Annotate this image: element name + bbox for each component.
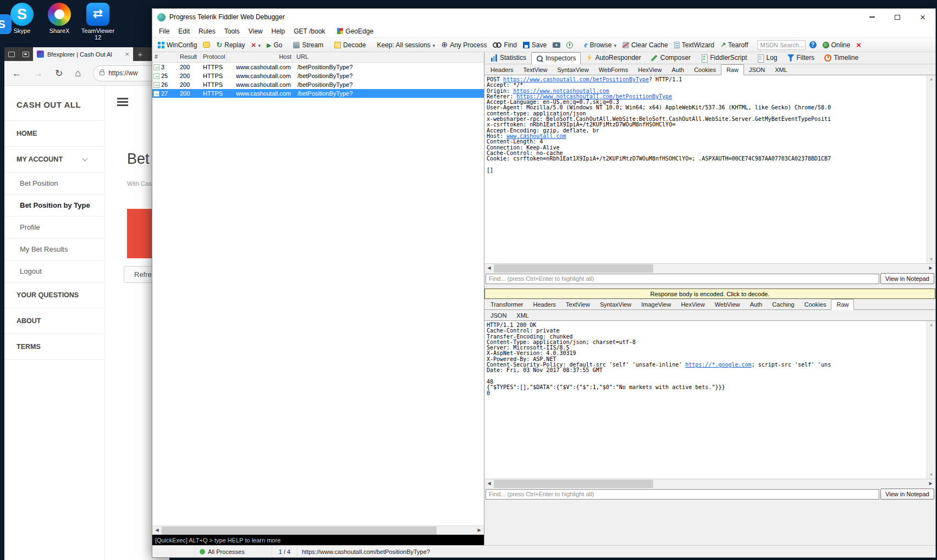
sidebar-item-my-account[interactable]: MY ACCOUNT (4, 146, 104, 172)
desktop-icon-skype[interactable]: Skype (4, 3, 40, 34)
scroll-right-icon[interactable] (926, 479, 935, 488)
view-in-notepad-button[interactable]: View in Notepad (880, 273, 934, 284)
scrollbar-thumb[interactable] (494, 480, 653, 488)
tab-textview[interactable]: TextView (561, 300, 595, 309)
stream-button[interactable]: Stream (291, 40, 326, 50)
session-row-26[interactable]: 26200HTTPSwww.cashoutall.com/betPosition… (152, 80, 484, 89)
toolbar-close-button[interactable] (854, 40, 863, 51)
clear-cache-button[interactable]: Clear Cache (620, 40, 670, 50)
menu-tools[interactable]: Tools (220, 27, 244, 35)
desktop-icon-teamviewer[interactable]: TeamViewer 12 (80, 3, 115, 41)
menu-view[interactable]: View (244, 27, 267, 35)
help-button[interactable] (807, 40, 819, 49)
process-filter[interactable]: All Processes (195, 546, 272, 557)
sidebar-item-profile[interactable]: Profile (4, 216, 104, 238)
tab-textview[interactable]: TextView (519, 65, 553, 75)
online-indicator[interactable]: Online (820, 40, 853, 50)
back-button[interactable] (12, 69, 21, 78)
response-encoded-banner[interactable]: Response body is encoded. Click to decod… (484, 289, 935, 299)
sidebar-item-your-questions[interactable]: YOUR QUESTIONS (4, 282, 104, 308)
scroll-left-icon[interactable] (152, 526, 162, 535)
keep-sessions-dropdown[interactable]: Keep: All sessions (374, 40, 437, 50)
menu-geoedge[interactable]: GeoEdge (329, 27, 378, 35)
menu-help[interactable]: Help (267, 27, 290, 35)
find-input[interactable] (486, 489, 879, 500)
comment-button[interactable] (201, 41, 212, 49)
sidebar-item-home[interactable]: HOME (4, 120, 104, 146)
tab-log[interactable]: Log (752, 52, 782, 64)
sidebar-item-about[interactable]: ABOUT (4, 308, 104, 334)
response-v-scrollbar[interactable] (927, 321, 935, 479)
remove-sessions-button[interactable] (249, 40, 263, 51)
tab-imageview[interactable]: ImageView (636, 300, 676, 309)
minimize-button[interactable] (859, 9, 885, 25)
tab-statistics[interactable]: Statistics (486, 52, 531, 64)
tab-headers[interactable]: Headers (486, 65, 519, 75)
menu-file[interactable]: File (155, 27, 174, 35)
quickexec-bar[interactable]: [QuickExec] ALT+Q > type HELP to learn m… (152, 535, 484, 545)
find-button[interactable]: Find (490, 40, 519, 50)
sidebar-item-terms[interactable]: TERMS (4, 334, 104, 360)
any-process-button[interactable]: Any Process (439, 40, 489, 50)
hamburger-menu-icon[interactable] (117, 98, 128, 99)
msdn-search-box[interactable]: MSDN Search... (757, 40, 806, 50)
view-in-notepad-button[interactable]: View in Notepad (880, 489, 934, 500)
tearoff-button[interactable]: Tearoff (718, 40, 751, 50)
close-button[interactable] (910, 9, 935, 25)
header-link[interactable]: https://*.google.com (685, 362, 751, 368)
tab-fiddlerscript[interactable]: FiddlerScript (696, 52, 752, 64)
sidebar-item-bet-position[interactable]: Bet Position (4, 172, 104, 194)
tab-webforms[interactable]: WebForms (594, 65, 633, 75)
column-header-url[interactable]: URL (294, 52, 484, 62)
timer-button[interactable] (564, 41, 575, 49)
tab-hexview[interactable]: HexView (633, 65, 666, 75)
request-raw[interactable]: POST https://www.cashoutall.com/betPosit… (484, 75, 935, 263)
response-raw[interactable]: HTTP/1.1 200 OKCache-Control: privateTra… (484, 321, 935, 479)
capture-indicator-cell[interactable] (152, 546, 195, 557)
tab-hexview[interactable]: HexView (676, 300, 709, 309)
save-button[interactable]: Save (521, 40, 549, 50)
scroll-right-icon[interactable] (475, 526, 484, 535)
sidebar-item-my-bet-results[interactable]: My Bet Results (4, 238, 104, 260)
tab-cookies[interactable]: Cookies (689, 65, 721, 75)
desktop-icon-sharex[interactable]: ShareX (42, 3, 77, 34)
new-tab-button[interactable] (133, 47, 147, 61)
refresh-button[interactable] (55, 69, 63, 78)
tab-auth[interactable]: Auth (745, 300, 768, 309)
tab-auth[interactable]: Auth (667, 65, 690, 75)
decode-button[interactable]: Decode (332, 40, 368, 50)
tab-raw[interactable]: Raw (721, 64, 744, 75)
tab-transformer[interactable]: Transformer (486, 300, 528, 309)
scroll-left-icon[interactable] (484, 264, 494, 273)
tab-xml[interactable]: XML (511, 311, 534, 320)
tab-xml[interactable]: XML (770, 65, 792, 75)
menu-get-book[interactable]: GET /book (289, 27, 329, 35)
session-h-scrollbar[interactable] (152, 525, 484, 535)
column-header-result[interactable]: Result (178, 52, 201, 62)
tab-list-button[interactable] (19, 47, 33, 61)
screenshot-button[interactable] (550, 41, 563, 49)
home-button[interactable] (75, 68, 81, 78)
column-header-host[interactable]: Host (227, 52, 294, 62)
request-h-scrollbar[interactable] (484, 263, 935, 273)
textwizard-button[interactable]: TextWizard (672, 40, 716, 50)
tab-webview[interactable]: WebView (710, 300, 745, 309)
tab-syntaxview[interactable]: SyntaxView (552, 65, 593, 75)
go-button[interactable]: Go (264, 40, 284, 50)
scroll-right-icon[interactable] (926, 264, 935, 273)
column-header-protocol[interactable]: Protocol (201, 52, 227, 62)
title-bar[interactable]: Progress Telerik Fiddler Web Debugger (152, 9, 935, 25)
session-row-3[interactable]: 3200HTTPSwww.cashoutall.com/betPositionB… (152, 63, 484, 71)
scroll-left-icon[interactable] (484, 479, 494, 488)
response-h-scrollbar[interactable] (484, 479, 935, 488)
tab-syntaxview[interactable]: SyntaxView (595, 300, 636, 309)
tab-close-icon[interactable] (125, 50, 129, 58)
tab-composer[interactable]: Composer (646, 52, 696, 64)
tab-overview-button[interactable] (4, 47, 19, 61)
tab-headers[interactable]: Headers (528, 300, 561, 309)
tab-timeline[interactable]: Timeline (819, 52, 863, 64)
tab-json[interactable]: JSON (744, 65, 770, 75)
scrollbar-thumb[interactable] (162, 526, 437, 535)
tab-caching[interactable]: Caching (767, 300, 799, 309)
column-header-[interactable]: # (152, 52, 178, 62)
